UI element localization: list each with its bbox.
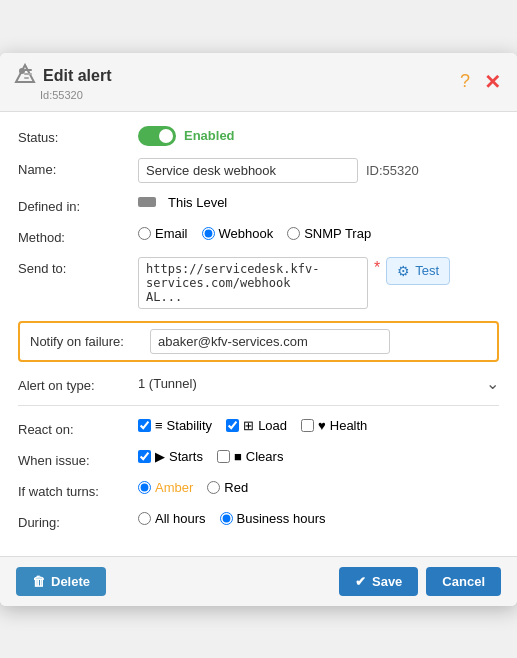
alert-type-chevron[interactable]: ⌄ bbox=[486, 374, 499, 393]
notify-failure-row: Notify on failure: bbox=[18, 321, 499, 362]
during-business-hours[interactable]: Business hours bbox=[220, 511, 326, 526]
turns-red[interactable]: Red bbox=[207, 480, 248, 495]
level-icon bbox=[138, 197, 156, 207]
all-hours-label: All hours bbox=[155, 511, 206, 526]
issue-starts[interactable]: ▶ Starts bbox=[138, 449, 203, 464]
delete-button[interactable]: 🗑 Delete bbox=[16, 567, 106, 596]
clears-label: Clears bbox=[246, 449, 284, 464]
alert-type-value: 1 (Tunnel) bbox=[138, 376, 478, 391]
status-value: Enabled bbox=[184, 128, 235, 143]
required-star: * bbox=[374, 259, 380, 277]
method-label: Method: bbox=[18, 226, 138, 245]
during-business-radio[interactable] bbox=[220, 512, 233, 525]
react-on-label: React on: bbox=[18, 418, 138, 437]
method-snmp-label: SNMP Trap bbox=[304, 226, 371, 241]
react-stability-check[interactable] bbox=[138, 419, 151, 432]
name-row: Name: ID:55320 bbox=[18, 158, 499, 183]
method-content: Email Webhook SNMP Trap bbox=[138, 226, 499, 241]
close-button[interactable]: ✕ bbox=[482, 68, 503, 96]
business-hours-label: Business hours bbox=[237, 511, 326, 526]
trash-icon: 🗑 bbox=[32, 574, 45, 589]
method-row: Method: Email Webhook SNMP Trap bbox=[18, 226, 499, 245]
load-icon: ⊞ bbox=[243, 418, 254, 433]
defined-in-label: Defined in: bbox=[18, 195, 138, 214]
test-button[interactable]: ⚙ Test bbox=[386, 257, 450, 285]
watch-turns-row: If watch turns: Amber Red bbox=[18, 480, 499, 499]
alert-type-content: 1 (Tunnel) ⌄ bbox=[138, 374, 499, 393]
header-icons: ? ✕ bbox=[458, 68, 503, 96]
when-issue-label: When issue: bbox=[18, 449, 138, 468]
dialog-body: Status: Enabled Name: ID:55320 Defined i… bbox=[0, 112, 517, 556]
stability-icon: ≡ bbox=[155, 418, 163, 433]
method-email-label: Email bbox=[155, 226, 188, 241]
load-label: Load bbox=[258, 418, 287, 433]
notify-failure-label: Notify on failure: bbox=[30, 334, 150, 349]
status-content: Enabled bbox=[138, 126, 499, 146]
during-row: During: All hours Business hours bbox=[18, 511, 499, 530]
footer-right: ✔ Save Cancel bbox=[339, 567, 501, 596]
red-label: Red bbox=[224, 480, 248, 495]
dialog-title-area: Edit alert Id:55320 bbox=[14, 63, 111, 101]
during-all-radio[interactable] bbox=[138, 512, 151, 525]
react-health-check[interactable] bbox=[301, 419, 314, 432]
send-to-row: Send to: https://servicedesk.kfv-service… bbox=[18, 257, 499, 309]
method-webhook[interactable]: Webhook bbox=[202, 226, 274, 241]
react-stability[interactable]: ≡ Stability bbox=[138, 418, 212, 433]
delete-label: Delete bbox=[51, 574, 90, 589]
health-icon: ♥ bbox=[318, 418, 326, 433]
react-load[interactable]: ⊞ Load bbox=[226, 418, 287, 433]
method-email-radio[interactable] bbox=[138, 227, 151, 240]
turns-red-radio[interactable] bbox=[207, 481, 220, 494]
cancel-button[interactable]: Cancel bbox=[426, 567, 501, 596]
issue-starts-check[interactable] bbox=[138, 450, 151, 463]
notify-failure-input[interactable] bbox=[150, 329, 390, 354]
method-webhook-label: Webhook bbox=[219, 226, 274, 241]
alert-type-label: Alert on type: bbox=[18, 374, 138, 393]
send-to-label: Send to: bbox=[18, 257, 138, 276]
send-to-content: https://servicedesk.kfv-services.com/web… bbox=[138, 257, 499, 309]
dialog-title: Edit alert bbox=[14, 63, 111, 89]
save-button[interactable]: ✔ Save bbox=[339, 567, 418, 596]
save-label: Save bbox=[372, 574, 402, 589]
help-button[interactable]: ? bbox=[458, 69, 472, 94]
name-content: ID:55320 bbox=[138, 158, 499, 183]
during-content: All hours Business hours bbox=[138, 511, 499, 526]
test-button-label: Test bbox=[415, 263, 439, 278]
dialog-title-text: Edit alert bbox=[43, 67, 111, 85]
edit-alert-dialog: Edit alert Id:55320 ? ✕ Status: Enabled … bbox=[0, 53, 517, 606]
react-on-row: React on: ≡ Stability ⊞ Load ♥ Health bbox=[18, 418, 499, 437]
defined-in-value: This Level bbox=[168, 195, 227, 210]
svg-point-1 bbox=[19, 68, 25, 74]
watch-turns-label: If watch turns: bbox=[18, 480, 138, 499]
name-label: Name: bbox=[18, 158, 138, 177]
react-load-check[interactable] bbox=[226, 419, 239, 432]
method-snmp[interactable]: SNMP Trap bbox=[287, 226, 371, 241]
svg-rect-4 bbox=[24, 77, 29, 79]
stability-label: Stability bbox=[167, 418, 213, 433]
react-health[interactable]: ♥ Health bbox=[301, 418, 367, 433]
turns-amber-radio[interactable] bbox=[138, 481, 151, 494]
dialog-footer: 🗑 Delete ✔ Save Cancel bbox=[0, 556, 517, 606]
during-all-hours[interactable]: All hours bbox=[138, 511, 206, 526]
svg-rect-2 bbox=[24, 69, 32, 71]
method-email[interactable]: Email bbox=[138, 226, 188, 241]
name-input[interactable] bbox=[138, 158, 358, 183]
send-to-input[interactable]: https://servicedesk.kfv-services.com/web… bbox=[138, 257, 368, 309]
alert-type-row: Alert on type: 1 (Tunnel) ⌄ bbox=[18, 374, 499, 393]
status-toggle[interactable] bbox=[138, 126, 176, 146]
issue-clears[interactable]: ■ Clears bbox=[217, 449, 283, 464]
status-row: Status: Enabled bbox=[18, 126, 499, 146]
status-label: Status: bbox=[18, 126, 138, 145]
turns-amber[interactable]: Amber bbox=[138, 480, 193, 495]
method-snmp-radio[interactable] bbox=[287, 227, 300, 240]
amber-label: Amber bbox=[155, 480, 193, 495]
when-issue-row: When issue: ▶ Starts ■ Clears bbox=[18, 449, 499, 468]
clears-icon: ■ bbox=[234, 449, 242, 464]
svg-rect-3 bbox=[24, 73, 32, 75]
defined-in-row: Defined in: This Level bbox=[18, 195, 499, 214]
issue-clears-check[interactable] bbox=[217, 450, 230, 463]
watch-turns-content: Amber Red bbox=[138, 480, 499, 495]
react-on-content: ≡ Stability ⊞ Load ♥ Health bbox=[138, 418, 499, 433]
method-webhook-radio[interactable] bbox=[202, 227, 215, 240]
checkmark-icon: ✔ bbox=[355, 574, 366, 589]
